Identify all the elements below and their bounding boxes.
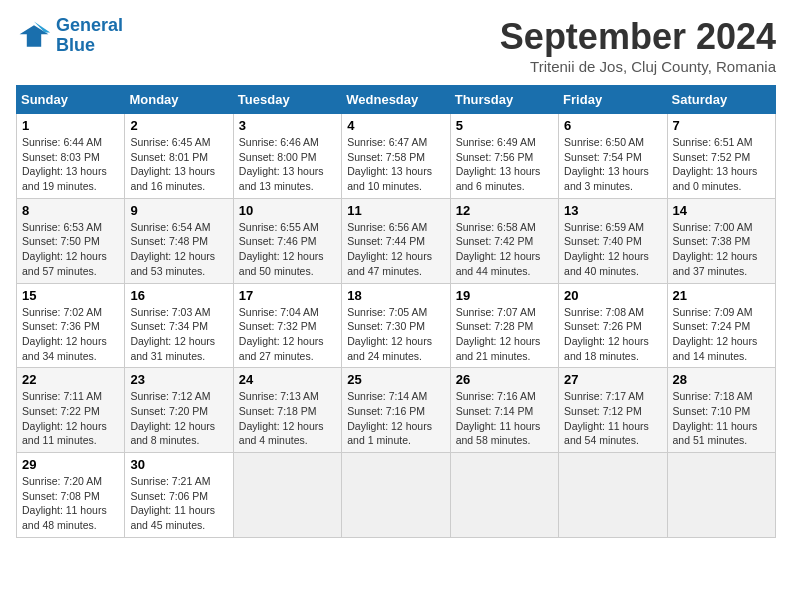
day-cell-6: 6Sunrise: 6:50 AMSunset: 7:54 PMDaylight… [559,114,667,199]
logo-text: General Blue [56,16,123,56]
day-cell-21: 21Sunrise: 7:09 AMSunset: 7:24 PMDayligh… [667,283,775,368]
logo-icon [16,18,52,54]
location-subtitle: Tritenii de Jos, Cluj County, Romania [500,58,776,75]
day-cell-28: 28Sunrise: 7:18 AMSunset: 7:10 PMDayligh… [667,368,775,453]
day-cell-3: 3Sunrise: 6:46 AMSunset: 8:00 PMDaylight… [233,114,341,199]
day-cell-8: 8Sunrise: 6:53 AMSunset: 7:50 PMDaylight… [17,198,125,283]
empty-cell [559,453,667,538]
col-header-friday: Friday [559,86,667,114]
day-cell-1: 1Sunrise: 6:44 AMSunset: 8:03 PMDaylight… [17,114,125,199]
day-cell-25: 25Sunrise: 7:14 AMSunset: 7:16 PMDayligh… [342,368,450,453]
day-cell-26: 26Sunrise: 7:16 AMSunset: 7:14 PMDayligh… [450,368,558,453]
empty-cell [233,453,341,538]
empty-cell [342,453,450,538]
day-cell-19: 19Sunrise: 7:07 AMSunset: 7:28 PMDayligh… [450,283,558,368]
day-cell-4: 4Sunrise: 6:47 AMSunset: 7:58 PMDaylight… [342,114,450,199]
day-cell-24: 24Sunrise: 7:13 AMSunset: 7:18 PMDayligh… [233,368,341,453]
day-cell-29: 29Sunrise: 7:20 AMSunset: 7:08 PMDayligh… [17,453,125,538]
day-cell-27: 27Sunrise: 7:17 AMSunset: 7:12 PMDayligh… [559,368,667,453]
calendar-table: SundayMondayTuesdayWednesdayThursdayFrid… [16,85,776,538]
day-cell-12: 12Sunrise: 6:58 AMSunset: 7:42 PMDayligh… [450,198,558,283]
day-cell-22: 22Sunrise: 7:11 AMSunset: 7:22 PMDayligh… [17,368,125,453]
empty-cell [667,453,775,538]
empty-cell [450,453,558,538]
day-cell-14: 14Sunrise: 7:00 AMSunset: 7:38 PMDayligh… [667,198,775,283]
day-cell-30: 30Sunrise: 7:21 AMSunset: 7:06 PMDayligh… [125,453,233,538]
logo: General Blue [16,16,123,56]
col-header-monday: Monday [125,86,233,114]
day-cell-5: 5Sunrise: 6:49 AMSunset: 7:56 PMDaylight… [450,114,558,199]
day-cell-17: 17Sunrise: 7:04 AMSunset: 7:32 PMDayligh… [233,283,341,368]
logo-line1: General [56,15,123,35]
day-cell-23: 23Sunrise: 7:12 AMSunset: 7:20 PMDayligh… [125,368,233,453]
title-block: September 2024 Tritenii de Jos, Cluj Cou… [500,16,776,75]
day-cell-2: 2Sunrise: 6:45 AMSunset: 8:01 PMDaylight… [125,114,233,199]
col-header-saturday: Saturday [667,86,775,114]
logo-line2: Blue [56,35,95,55]
day-cell-7: 7Sunrise: 6:51 AMSunset: 7:52 PMDaylight… [667,114,775,199]
day-cell-13: 13Sunrise: 6:59 AMSunset: 7:40 PMDayligh… [559,198,667,283]
day-cell-10: 10Sunrise: 6:55 AMSunset: 7:46 PMDayligh… [233,198,341,283]
col-header-wednesday: Wednesday [342,86,450,114]
day-cell-18: 18Sunrise: 7:05 AMSunset: 7:30 PMDayligh… [342,283,450,368]
day-cell-16: 16Sunrise: 7:03 AMSunset: 7:34 PMDayligh… [125,283,233,368]
col-header-tuesday: Tuesday [233,86,341,114]
month-title: September 2024 [500,16,776,58]
day-cell-11: 11Sunrise: 6:56 AMSunset: 7:44 PMDayligh… [342,198,450,283]
page-header: General Blue September 2024 Tritenii de … [16,16,776,75]
col-header-sunday: Sunday [17,86,125,114]
col-header-thursday: Thursday [450,86,558,114]
day-cell-20: 20Sunrise: 7:08 AMSunset: 7:26 PMDayligh… [559,283,667,368]
day-cell-15: 15Sunrise: 7:02 AMSunset: 7:36 PMDayligh… [17,283,125,368]
day-cell-9: 9Sunrise: 6:54 AMSunset: 7:48 PMDaylight… [125,198,233,283]
